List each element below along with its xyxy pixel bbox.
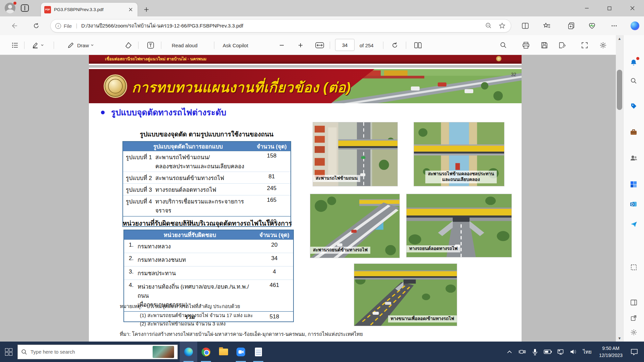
language-indicator[interactable]: ไทย [580, 348, 594, 356]
notifications-bell-icon[interactable] [629, 58, 639, 68]
bullet-dot [101, 111, 105, 114]
medal-icon [496, 56, 501, 61]
taskbar-document-icon[interactable] [250, 342, 267, 362]
back-icon[interactable] [10, 22, 18, 30]
pdf-toolbar: Draw Read aloud Ask Copilot of 254 [0, 35, 623, 55]
draw-tool-button[interactable]: Draw [67, 41, 94, 50]
taskbar-search[interactable]: Type here to search [17, 345, 178, 359]
pdf-file-icon: PDF [44, 6, 51, 13]
taskbar-clock[interactable]: 9:50 AM 12/19/2023 [596, 345, 626, 359]
page-info-icon[interactable]: i [55, 23, 61, 29]
scroll-up-icon[interactable]: ▲ [616, 35, 623, 42]
toc-icon[interactable] [11, 41, 19, 50]
search-document-icon[interactable] [500, 41, 507, 50]
favorites-icon[interactable] [542, 21, 551, 30]
print-icon[interactable] [522, 41, 530, 50]
figure-parallel-road-underpass: ทางขนานเพื่อลอด/ข้ามทางรถไฟ [354, 264, 457, 326]
window-maximize-button[interactable] [600, 0, 619, 16]
split-screen-icon[interactable] [521, 21, 530, 30]
battery-icon[interactable] [542, 345, 553, 359]
notification-center-icon[interactable] [627, 342, 641, 362]
note-line: หมายเหตุ: * บริเวณจุดตัดทางรถไฟที่สำคัญ … [120, 302, 240, 310]
url-text[interactable]: D:/3งานปี2566/zoom/รถไฟบ้านไผ่-นคร19-12-… [81, 22, 479, 30]
navigation-bar: i File | D:/3งานปี2566/zoom/รถไฟบ้านไผ่-… [0, 16, 644, 35]
toolbar-divider [383, 42, 383, 49]
crossing-types-table: รูปแบบจุดตัดในการออกแบบ จำนวน (จุด) รูปแ… [122, 141, 291, 227]
read-aloud-button[interactable]: Read aloud [172, 41, 198, 50]
taskbar-chrome-icon[interactable] [197, 342, 215, 362]
sidebar-search-icon[interactable] [629, 76, 639, 86]
favorite-star-icon[interactable] [498, 22, 506, 30]
scroll-down-icon[interactable]: ▼ [616, 335, 623, 342]
agency-seal-logo [104, 74, 127, 98]
toolbox-icon[interactable] [629, 127, 639, 137]
search-icon [21, 349, 27, 355]
scrollbar-thumb[interactable] [617, 70, 622, 110]
zoom-out-page-icon[interactable] [485, 22, 493, 30]
highlight-tool-icon[interactable] [32, 41, 44, 50]
search-highlight-image[interactable] [153, 346, 174, 358]
toolbar-divider [330, 42, 330, 49]
eraser-icon[interactable] [125, 41, 132, 50]
add-text-icon[interactable] [147, 41, 154, 50]
zoom-in-icon[interactable] [298, 41, 303, 50]
camera-cast-icon[interactable] [517, 345, 528, 359]
note-line: (2) สะพานรถไฟข้ามถนน จำนวน 3 แห่ง [140, 320, 226, 328]
figure-rail-bridge-over-canal: สะพานรถไฟข้ามคลองชลประทาน และถนนเลียบคลอ… [414, 122, 504, 186]
save-as-icon[interactable] [558, 41, 566, 50]
workspaces-icon[interactable] [21, 4, 29, 12]
clock-date: 12/19/2023 [599, 352, 623, 359]
browser-tab[interactable]: PDF PG3.FSBPNPrev.3.3.pdf [41, 3, 138, 16]
figure-caption: สะพานรถยนต์ข้ามทางรถไฟ [310, 247, 370, 254]
taskbar-edge-icon[interactable] [180, 342, 197, 362]
window-minimize-button[interactable] [577, 0, 596, 16]
save-icon[interactable] [541, 41, 548, 50]
fullscreen-icon[interactable] [581, 41, 588, 50]
taskbar-file-explorer-icon[interactable] [215, 342, 232, 362]
table-row: 2. กรมทางหลวงชนบท 34 [124, 253, 293, 266]
zoom-out-icon[interactable] [279, 41, 284, 50]
people-icon[interactable] [629, 153, 639, 163]
screenshot-icon[interactable] [629, 262, 639, 272]
start-button[interactable] [0, 342, 17, 362]
volume-icon[interactable] [568, 345, 579, 359]
page-number-input[interactable] [335, 39, 355, 51]
page-view-icon[interactable] [414, 41, 422, 50]
figure-road-bridge-over-rail: สะพานรถยนต์ข้ามทางรถไฟ [310, 194, 399, 258]
fit-to-width-icon[interactable] [315, 41, 324, 50]
rotate-icon[interactable] [391, 41, 398, 50]
collections-icon[interactable] [567, 21, 576, 30]
refresh-icon[interactable] [32, 22, 40, 30]
previous-page-banner-text: เชื่อมต่อสถานีรถไฟทางคู่แนวใหม่ สายบ้านไ… [105, 56, 207, 62]
network-icon[interactable] [555, 345, 566, 359]
microphone-icon[interactable] [529, 345, 541, 359]
pdf-settings-gear-icon[interactable] [599, 41, 607, 50]
table1-header: รูปแบบจุดตัดในการออกแบบ จำนวน (จุด) [123, 142, 290, 151]
open-link-icon[interactable] [629, 313, 639, 323]
read-aloud-label: Read aloud [172, 43, 198, 48]
figure-caption: ทางขนานเพื่อลอด/ข้ามทางรถไฟ [388, 315, 457, 322]
figure-caption: ทางรถยนต์ลอดทางรถไฟ [407, 245, 460, 252]
shopping-tag-icon[interactable] [629, 101, 639, 111]
new-tab-button[interactable] [142, 5, 151, 14]
profile-notification-dot [13, 2, 16, 5]
window-close-button[interactable] [623, 0, 642, 16]
ask-copilot-button[interactable]: Ask Copilot [223, 41, 248, 50]
outlook-icon[interactable] [629, 199, 639, 209]
tray-expand-chevron-icon[interactable] [504, 345, 515, 359]
previous-page-bottom: เชื่อมต่อสถานีรถไฟทางคู่แนวใหม่ สายบ้านไ… [89, 55, 522, 65]
slide-page-number: 32 [511, 72, 516, 77]
note-line: (1) สะพานรถยนต์ข้ามทางรถไฟ จำนวน 17 แห่ง… [140, 311, 253, 319]
sidebar-panel-icon[interactable] [629, 297, 639, 307]
more-options-icon[interactable] [610, 21, 619, 30]
taskbar-zoom-icon[interactable] [232, 342, 250, 362]
tab-close-icon[interactable] [127, 6, 134, 13]
sidebar-settings-gear-icon[interactable] [629, 327, 639, 337]
table-row: รูปแบบที่ 1 สะพานรถไฟข้ามถนน/คลองชลประทา… [123, 151, 290, 172]
browser-essentials-icon[interactable] [588, 21, 596, 30]
drop-tool-icon[interactable] [629, 219, 639, 229]
copilot-icon[interactable] [631, 21, 639, 30]
vertical-scrollbar[interactable]: ▲ ▼ [616, 35, 623, 342]
address-bar[interactable]: i File | D:/3งานปี2566/zoom/รถไฟบ้านไผ่-… [50, 19, 511, 33]
m365-icon[interactable] [629, 179, 639, 189]
